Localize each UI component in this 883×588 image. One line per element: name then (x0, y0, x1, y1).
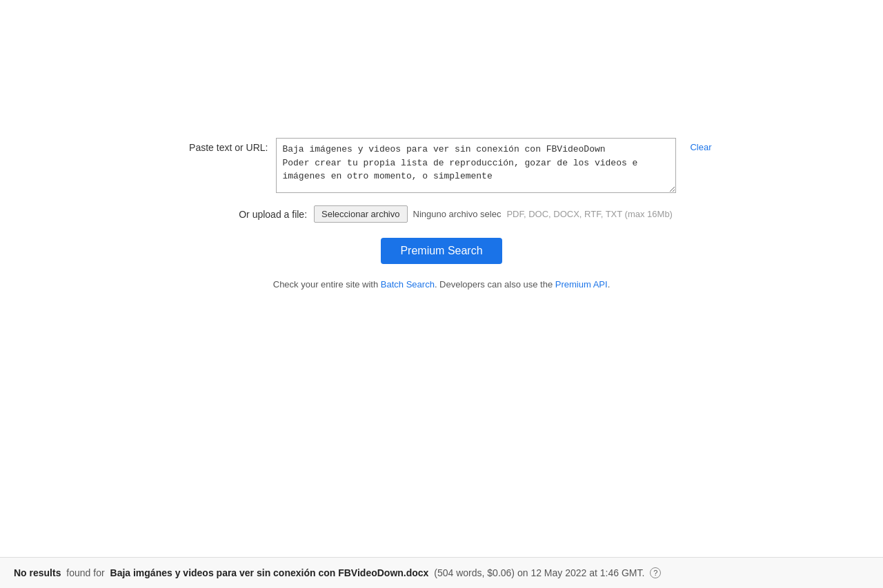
footer-info: Check your entire site with Batch Search… (273, 279, 611, 290)
footer-text-before-batch: Check your entire site with (273, 279, 381, 290)
footer-text-middle: . Developers can also use the (435, 279, 555, 290)
file-hint: PDF, DOC, DOCX, RTF, TXT (max 16Mb) (506, 209, 673, 219)
file-select-button[interactable]: Seleccionar archivo (314, 205, 407, 223)
premium-api-link[interactable]: Premium API (555, 279, 608, 290)
upload-row: Or upload a file: Seleccionar archivo Ni… (200, 205, 683, 223)
result-filename: Baja imgánes y videos para ver sin conex… (110, 567, 429, 578)
form-section: Paste text or URL: Clear Or upload a fil… (200, 138, 683, 290)
file-input-group: Seleccionar archivo Ninguno archivo sele… (314, 205, 673, 223)
footer-text-end: . (608, 279, 611, 290)
results-bar: No results found for Baja imgánes y vide… (0, 557, 883, 588)
main-container: Paste text or URL: Clear Or upload a fil… (0, 0, 883, 290)
upload-label: Or upload a file: (210, 209, 307, 220)
paste-row: Paste text or URL: Clear (200, 138, 683, 193)
batch-search-link[interactable]: Batch Search (381, 279, 435, 290)
result-meta: (504 words, $0.06) on 12 May 2022 at 1:4… (431, 567, 644, 578)
found-for-text: found for (63, 567, 107, 578)
paste-label: Paste text or URL: (171, 138, 268, 153)
clear-link[interactable]: Clear (690, 138, 711, 152)
text-input[interactable] (276, 138, 676, 193)
premium-search-button[interactable]: Premium Search (381, 238, 502, 264)
no-results-label: No results (14, 567, 61, 578)
textarea-wrapper (276, 138, 676, 193)
info-icon[interactable]: ? (650, 567, 661, 578)
file-name-display: Ninguno archivo selec (413, 209, 502, 219)
